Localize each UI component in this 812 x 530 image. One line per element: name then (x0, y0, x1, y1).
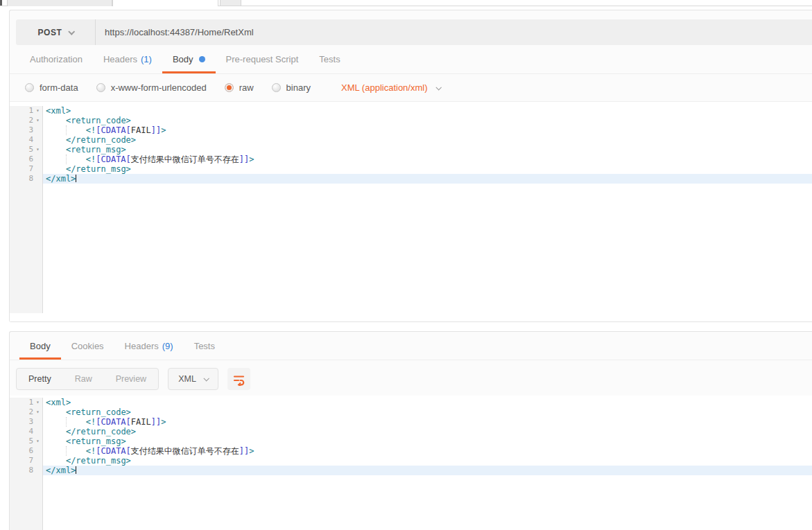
response-tab[interactable]: Body (19, 332, 61, 360)
gutter-cell: 7 (10, 456, 43, 466)
request-tab[interactable]: Body (162, 45, 216, 73)
body-mode-radio[interactable]: x-www-form-urlencoded (96, 82, 207, 93)
code-line: 3 <![CDATA[FAIL]]> (10, 417, 812, 427)
response-language-label: XML (178, 374, 196, 384)
view-mode-button[interactable]: Pretty (17, 369, 63, 389)
code-line: 2▾ <return_code> (10, 407, 812, 417)
indent-guide (66, 154, 67, 164)
gutter-cell: 1▾ (10, 106, 43, 116)
fold-arrow-icon[interactable]: ▾ (33, 407, 42, 417)
response-language-dropdown[interactable]: XML (168, 368, 218, 390)
gutter-cell: 5▾ (10, 436, 43, 446)
code-content: </return_msg> (43, 456, 812, 466)
response-panel: Body Cookies Headers (9) Tests (9, 331, 812, 530)
tab-label: Tests (319, 54, 340, 64)
fold-arrow-icon[interactable]: ▾ (33, 436, 42, 446)
line-number: 6 (28, 154, 33, 164)
code-line: 1▾<xml> (10, 398, 812, 407)
wrap-text-icon (232, 373, 245, 386)
tab-label: Headers (125, 341, 159, 351)
fold-arrow-icon[interactable]: ▾ (33, 145, 42, 154)
code-content: </return_code> (43, 135, 812, 145)
code-content: <return_msg> (43, 145, 812, 154)
view-mode-label: Preview (116, 374, 146, 384)
response-tab[interactable]: Cookies (61, 332, 114, 360)
code-content: <return_code> (43, 116, 812, 125)
tab-label: Headers (103, 54, 137, 64)
collection-tab-strip (0, 0, 812, 6)
content-type-dropdown[interactable]: XML (application/xml) (341, 82, 440, 93)
line-number: 6 (28, 446, 33, 456)
code-content (43, 475, 812, 530)
line-number: 4 (28, 135, 33, 145)
fold-arrow-icon[interactable]: ▾ (33, 106, 42, 116)
chevron-down-icon (435, 85, 441, 90)
tab-count: (1) (141, 54, 152, 64)
code-line: 4 </return_code> (10, 135, 812, 145)
code-line: 5▾ <return_msg> (10, 145, 812, 154)
request-tab-inactive[interactable] (7, 0, 112, 6)
body-mode-label: x-www-form-urlencoded (111, 82, 207, 93)
view-mode-button[interactable]: Raw (63, 369, 104, 389)
request-tab[interactable]: Pre-request Script (216, 45, 309, 73)
tab-label: Cookies (71, 341, 104, 351)
request-panel: POST https://localhost:44387/Home/RetXml… (9, 10, 812, 322)
radio-icon (96, 83, 105, 92)
new-tab-button[interactable] (220, 0, 241, 6)
code-line: 6 <![CDATA[支付结果中微信订单号不存在]]> (10, 446, 812, 456)
body-mode-radio[interactable]: raw (225, 82, 254, 93)
line-number: 8 (28, 174, 33, 184)
line-number: 1 (28, 398, 33, 407)
fold-arrow-icon[interactable]: ▾ (33, 398, 42, 407)
view-mode-group: Pretty Raw Preview (16, 368, 159, 390)
code-content: </return_code> (43, 427, 812, 436)
response-toolbar: Pretty Raw Preview XML (16, 368, 250, 390)
code-content: <![CDATA[支付结果中微信订单号不存在]]> (43, 154, 812, 164)
gutter-cell: 3 (10, 417, 43, 427)
request-tab[interactable]: Tests (309, 45, 350, 73)
response-tabs: Body Cookies Headers (9) Tests (10, 332, 812, 360)
indent-guide (66, 417, 67, 427)
code-line: 1▾<xml> (10, 106, 812, 116)
tab-label: Tests (194, 341, 215, 351)
code-content: </return_msg> (43, 164, 812, 174)
wrap-text-button[interactable] (227, 368, 250, 390)
response-body-editor[interactable]: 1▾<xml>2▾ <return_code>3 <![CDATA[FAIL]]… (10, 396, 812, 530)
editor-empty-area[interactable] (10, 475, 812, 530)
code-content (43, 184, 812, 313)
code-line: 4 </return_code> (10, 427, 812, 436)
request-body-editor[interactable]: 1▾<xml>2▾ <return_code>3 <![CDATA[FAIL]]… (10, 102, 812, 313)
view-mode-label: Pretty (28, 374, 51, 384)
code-line: 7 </return_msg> (10, 164, 812, 174)
request-tab-active[interactable] (112, 0, 218, 6)
gutter-cell: 2▾ (10, 116, 43, 125)
code-line: 8</xml> (10, 466, 812, 475)
response-tab[interactable]: Tests (184, 332, 225, 360)
method-label: POST (37, 28, 62, 37)
method-dropdown[interactable]: POST (16, 19, 95, 45)
code-content: <xml> (43, 398, 812, 407)
line-number: 3 (28, 417, 33, 427)
line-number: 1 (28, 106, 33, 116)
body-mode-radio[interactable]: binary (272, 82, 311, 93)
tab-label: Pre-request Script (226, 54, 299, 64)
code-content: </xml> (43, 174, 812, 184)
gutter-cell: 4 (10, 427, 43, 436)
body-mode-radio[interactable]: form-data (25, 82, 78, 93)
code-line: 2▾ <return_code> (10, 116, 812, 125)
request-tab[interactable]: Headers (1) (93, 45, 162, 73)
response-tab[interactable]: Headers (9) (114, 332, 184, 360)
url-input[interactable]: https://localhost:44387/Home/RetXml (96, 19, 812, 45)
code-line: 3 <![CDATA[FAIL]]> (10, 125, 812, 135)
editor-empty-area[interactable] (10, 184, 812, 313)
gutter-cell: 2▾ (10, 407, 43, 417)
view-mode-button[interactable]: Preview (104, 369, 158, 389)
chevron-down-icon (203, 376, 209, 381)
code-content: <![CDATA[FAIL]]> (43, 417, 812, 427)
postman-window: POST https://localhost:44387/Home/RetXml… (0, 0, 812, 530)
request-tab[interactable]: Authorization (19, 45, 93, 73)
code-line: 6 <![CDATA[支付结果中微信订单号不存在]]> (10, 154, 812, 164)
line-number: 2 (28, 116, 33, 125)
fold-arrow-icon[interactable]: ▾ (33, 116, 42, 125)
line-number: 7 (28, 164, 33, 174)
